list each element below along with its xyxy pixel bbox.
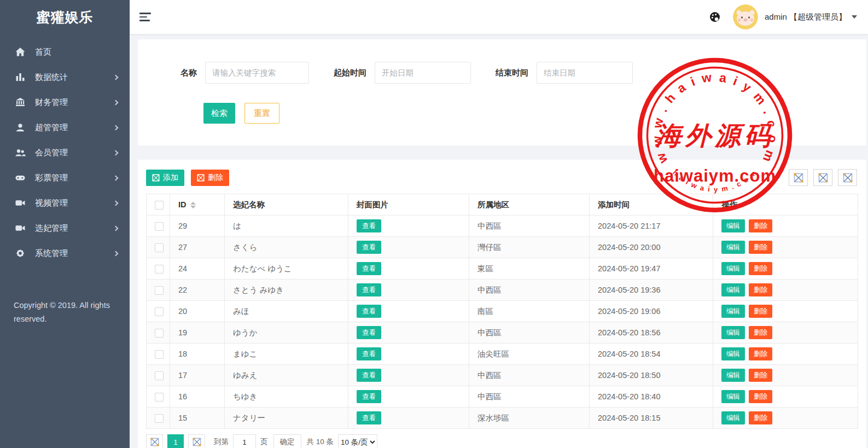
delete-row-button[interactable]: 删除 [749,283,772,296]
view-cover-button[interactable]: 查看 [357,369,381,382]
table-row: 16 ちゆき 查看 中西區 2024-05-20 18:40 编辑删除 [147,386,858,408]
cell-time: 2024-05-20 18:56 [590,322,713,344]
cell-name: まゆこ [225,344,348,365]
sidebar-item-video[interactable]: 视频管理 [0,190,130,216]
edit-button[interactable]: 编辑 [721,241,745,254]
sidebar-item-finance[interactable]: 财务管理 [0,90,130,115]
page-label: 页 [260,437,268,447]
cell-name: ナタリー [225,408,348,429]
delete-row-button[interactable]: 删除 [749,219,772,232]
row-checkbox[interactable] [155,222,164,231]
view-cover-button[interactable]: 查看 [357,411,381,424]
edit-button[interactable]: 编辑 [721,347,745,360]
batch-delete-button[interactable]: 删除 [191,170,229,186]
sidebar-item-label: 视频管理 [35,198,114,208]
delete-row-button[interactable]: 删除 [749,326,772,339]
table-tool-export[interactable] [813,169,832,186]
avatar[interactable] [733,4,758,30]
keyword-input[interactable] [205,62,309,84]
edit-button[interactable]: 编辑 [721,219,745,232]
edit-button[interactable]: 编辑 [721,390,745,403]
row-checkbox[interactable] [155,265,164,274]
row-checkbox[interactable] [155,329,164,338]
broken-image-icon [152,174,160,182]
confirm-page-button[interactable]: 确定 [273,434,301,448]
next-page-button[interactable] [188,434,205,448]
hamburger-icon[interactable] [139,13,152,21]
row-checkbox[interactable] [155,414,164,423]
view-cover-button[interactable]: 查看 [357,326,381,339]
view-cover-button[interactable]: 查看 [357,219,381,232]
edit-button[interactable]: 编辑 [721,369,745,382]
cell-time: 2024-05-20 18:15 [590,408,713,429]
end-time-label: 结束时间 [496,68,528,78]
delete-row-button[interactable]: 删除 [749,369,772,382]
table-tool-print[interactable] [838,169,857,186]
delete-row-button[interactable]: 删除 [749,262,772,275]
row-checkbox[interactable] [155,371,164,380]
cell-region: 深水埗區 [469,408,590,429]
broken-image-icon [843,173,853,183]
row-checkbox[interactable] [155,307,164,316]
view-cover-button[interactable]: 查看 [357,241,381,254]
prev-page-button[interactable] [146,434,163,448]
edit-button[interactable]: 编辑 [721,262,745,275]
delete-row-button[interactable]: 删除 [749,347,772,360]
sidebar-item-system[interactable]: 系统管理 [0,241,130,266]
sidebar-item-label: 数据统计 [35,72,114,83]
row-checkbox[interactable] [155,350,164,359]
sidebar-item-lottery[interactable]: 彩票管理 [0,165,130,190]
edit-button[interactable]: 编辑 [721,326,745,339]
broken-image-icon [818,173,828,183]
edit-button[interactable]: 编辑 [721,411,745,424]
end-date-input[interactable] [537,62,633,84]
table-row: 15 ナタリー 查看 深水埗區 2024-05-20 18:15 编辑删除 [147,408,858,429]
row-checkbox[interactable] [155,243,164,252]
edit-button[interactable]: 编辑 [721,305,745,318]
sidebar-item-superadmin[interactable]: 超管管理 [0,115,130,140]
bank-icon [15,97,26,108]
page-size-select[interactable]: 10 条/页 [338,434,377,448]
view-cover-button[interactable]: 查看 [357,390,381,403]
name-label: 名称 [180,68,197,78]
search-button[interactable]: 检索 [203,103,235,124]
delete-row-button[interactable]: 删除 [749,241,772,254]
gamepad-icon [15,172,26,183]
edit-button[interactable]: 编辑 [721,283,745,296]
sidebar-item-members[interactable]: 会员管理 [0,140,130,165]
data-table: ID 选妃名称 封面图片 所属地区 添加时间 操作 29 は [146,194,858,429]
user-menu[interactable]: admin 【超级管理员】 [765,12,847,22]
add-button[interactable]: 添加 [146,170,184,186]
cell-time: 2024-05-20 21:17 [590,216,713,237]
cell-id: 18 [170,344,225,365]
cell-region: 東區 [469,258,590,280]
cell-id: 16 [170,386,225,408]
sort-icon[interactable] [190,202,196,208]
home-icon [15,46,26,57]
delete-row-button[interactable]: 删除 [749,305,772,318]
goto-label: 到第 [214,437,229,447]
row-checkbox[interactable] [155,393,164,402]
sidebar-item-home[interactable]: 首页 [0,39,130,65]
cell-name: さくら [225,237,348,258]
table-tool-filter[interactable] [789,169,808,186]
view-cover-button[interactable]: 查看 [357,262,381,275]
palette-icon[interactable] [709,11,721,23]
start-date-input[interactable] [375,62,471,84]
delete-row-button[interactable]: 删除 [749,390,772,403]
reset-button[interactable]: 重置 [244,103,279,124]
cell-time: 2024-05-20 18:40 [590,386,713,408]
sidebar-item-statistics[interactable]: 数据统计 [0,65,130,90]
goto-page-input[interactable] [233,434,256,448]
cell-id: 15 [170,408,225,429]
current-page[interactable]: 1 [167,434,184,448]
row-checkbox[interactable] [155,286,164,295]
pagination: 1 到第 页 确定 共 10 条 10 条/页 [146,429,858,448]
select-all-checkbox[interactable] [155,201,164,210]
view-cover-button[interactable]: 查看 [357,347,381,360]
delete-row-button[interactable]: 删除 [749,411,772,424]
sidebar-item-concubine[interactable]: 选妃管理 [0,216,130,241]
view-cover-button[interactable]: 查看 [357,305,381,318]
view-cover-button[interactable]: 查看 [357,283,381,296]
cell-region: 油尖旺區 [469,344,590,365]
